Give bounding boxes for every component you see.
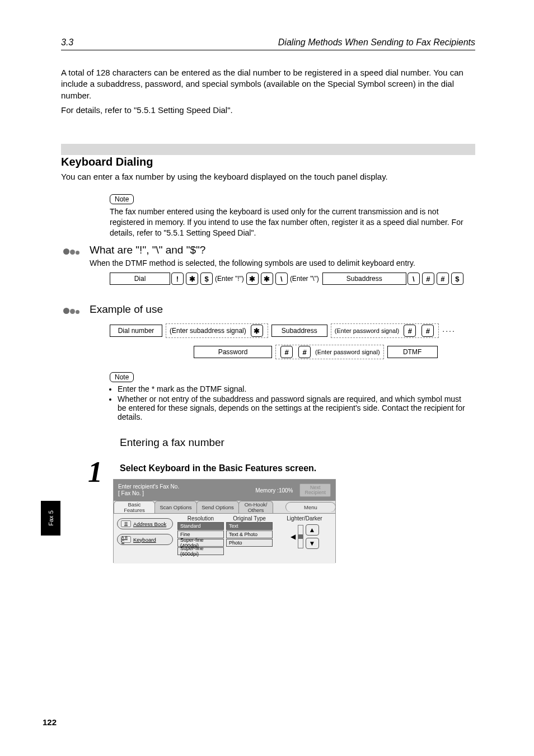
key-hash: # [404, 325, 416, 337]
subaddress-signal-group: (Enter subaddress signal) ✱ [166, 323, 268, 338]
section-title: Dialing Methods When Sending to Fax Reci… [278, 37, 475, 48]
keyboard-button[interactable]: A B C Keyboard [117, 534, 173, 545]
subheading: Example of use [90, 303, 163, 316]
key-backslash: \ [275, 273, 288, 285]
ellipsis: ···· [442, 326, 456, 335]
resolution-header: Resolution [177, 515, 224, 522]
subaddress-box: Subaddress [271, 325, 327, 337]
intro-block: A total of 128 characters can be entered… [61, 67, 464, 119]
intro-p2: For details, refer to "5.5.1 Setting Spe… [61, 105, 464, 116]
bullet-icon [63, 306, 85, 314]
intro-p1: A total of 128 characters can be entered… [61, 67, 464, 101]
key-star: ✱ [186, 273, 198, 285]
prompt-line2: [ Fax No. ] [118, 490, 179, 497]
key-hash: # [298, 346, 311, 358]
password-box: Password [194, 346, 272, 358]
note-item: Whether or not entry of the subaddress a… [118, 395, 468, 421]
chapter-side-label: Fax 5 [47, 510, 54, 526]
address-book-button[interactable]: ☰ Address Book [117, 518, 173, 529]
note-block: Note Enter the * mark as the DTMF signal… [110, 372, 468, 422]
note-item: Enter the * mark as the DTMF signal. [118, 384, 468, 393]
note-label: Note [110, 194, 134, 204]
subheading: What are "!", "\" and "$"? [90, 244, 205, 256]
tab-basic-features[interactable]: Basic Features [114, 501, 155, 513]
menu-button[interactable]: Menu [285, 502, 336, 512]
key-hash: # [421, 325, 434, 337]
label-subaddress-signal: (Enter subaddress signal) [170, 327, 246, 335]
chapter-side-tab: Fax 5 [41, 501, 60, 536]
key-backslash: \ [407, 273, 420, 285]
dial-number-box: Dial number [110, 325, 162, 337]
key-dollar: $ [451, 273, 463, 285]
address-book-icon: ☰ [121, 520, 131, 527]
dial-box: Dial [110, 273, 170, 285]
note-text: The fax number entered using the keyboar… [110, 206, 468, 238]
example-row-1: Dial number (Enter subaddress signal) ✱ … [110, 323, 456, 338]
label-enter-backslash: (Enter "\") [290, 275, 319, 283]
example-row-2: Password # # (Enter password signal) DTM… [194, 345, 438, 359]
keyboard-icon: A B C [121, 536, 131, 543]
original-type-text[interactable]: Text [226, 522, 273, 530]
key-hash: # [280, 346, 293, 358]
key-hash: # [422, 273, 434, 285]
prompt-line1: Enter recipient's Fax No. [118, 483, 179, 490]
page-header: 3.3 Dialing Methods When Sending to Fax … [61, 30, 475, 50]
key-star: ✱ [261, 273, 273, 285]
section-heading: Keyboard Dialing [61, 156, 153, 168]
label-enter-exclaim: (Enter "!") [215, 275, 244, 283]
left-triangle-icon: ◀ [291, 533, 296, 541]
subsection-heading: Entering a fax number [120, 436, 224, 449]
density-meter [298, 525, 303, 548]
original-type-photo[interactable]: Photo [226, 539, 273, 547]
lighter-button[interactable]: ▲ [306, 524, 319, 536]
dtmf-box: DTMF [387, 346, 438, 358]
subaddress-box: Subaddress [322, 273, 406, 285]
tab-row: Basic Features Scan Options Send Options… [114, 501, 335, 513]
subtext: When the DTMF method is selected, the fo… [90, 259, 415, 267]
lighter-darker-header: Lighter/Darker [277, 515, 332, 522]
original-type-header: Original Type [226, 515, 273, 522]
key-hash: # [437, 273, 449, 285]
fax-basic-features-screen: Enter recipient's Fax No. [ Fax No. ] Me… [113, 479, 336, 563]
tab-on-hook-others[interactable]: On-Hook/ Others [238, 501, 273, 513]
page-number: 122 [43, 717, 57, 727]
original-type-text-photo[interactable]: Text & Photo [226, 530, 273, 538]
label-password-signal: (Enter password signal) [335, 327, 400, 334]
resolution-sf600[interactable]: Super-fine (600dpi) [177, 547, 224, 555]
password-signal-group: # # (Enter password signal) [275, 345, 384, 359]
bullet-icon [63, 247, 85, 255]
memory-indicator: Memory :100% [255, 487, 293, 494]
label-password-signal: (Enter password signal) [315, 349, 380, 355]
screen-header: Enter recipient's Fax No. [ Fax No. ] Me… [114, 480, 335, 501]
section-bar [61, 144, 475, 155]
key-star: ✱ [251, 325, 263, 337]
note-block: Note The fax number entered using the ke… [110, 194, 468, 238]
key-dollar: $ [200, 273, 213, 285]
key-star: ✱ [246, 273, 259, 285]
password-signal-group: (Enter password signal) # # [331, 323, 439, 338]
darker-button[interactable]: ▼ [306, 538, 319, 549]
section-number: 3.3 [61, 37, 73, 48]
down-triangle-icon: ▼ [309, 539, 316, 547]
resolution-standard[interactable]: Standard [177, 522, 224, 530]
keyboard-label: Keyboard [133, 537, 156, 543]
note-label: Note [110, 372, 134, 382]
step-heading: Select Keyboard in the Basic Features sc… [120, 463, 316, 473]
section-paragraph: You can enter a fax number by using the … [61, 171, 464, 182]
key-exclaim: ! [171, 273, 184, 285]
up-triangle-icon: ▲ [309, 526, 316, 534]
next-recipient-button: Next Recipient [299, 483, 331, 497]
step-number: 1 [88, 456, 102, 489]
tab-scan-options[interactable]: Scan Options [154, 501, 197, 513]
tab-send-options[interactable]: Send Options [196, 501, 239, 513]
address-book-label: Address Book [133, 521, 166, 527]
key-sequence-row: Dial ! ✱ $ (Enter "!") ✱ ✱ \ (Enter "\")… [110, 272, 465, 285]
